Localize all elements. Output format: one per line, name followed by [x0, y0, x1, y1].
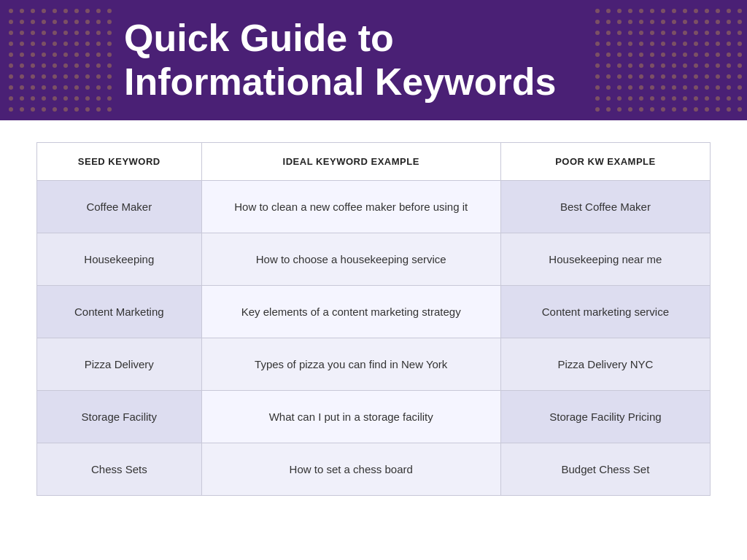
svg-point-156 [595, 52, 600, 57]
table-row: Storage FacilityWhat can I put in a stor… [37, 391, 711, 443]
poor-keyword-cell: Pizza Delivery NYC [500, 338, 710, 391]
svg-point-178 [683, 63, 687, 68]
svg-point-101 [606, 9, 611, 13]
svg-point-186 [617, 74, 622, 79]
svg-point-160 [639, 52, 643, 57]
svg-point-130 [617, 31, 622, 35]
svg-point-150 [683, 42, 687, 46]
svg-point-177 [672, 63, 676, 68]
svg-point-111 [716, 9, 720, 13]
svg-point-166 [705, 52, 709, 57]
svg-point-125 [716, 20, 720, 24]
svg-point-191 [672, 74, 676, 79]
svg-point-92 [31, 107, 35, 112]
svg-point-20 [9, 31, 13, 35]
poor-keyword-cell: Budget Chess Set [500, 443, 710, 496]
svg-point-230 [639, 107, 643, 112]
keyword-table: SEED KEYWORD IDEAL KEYWORD EXAMPLE POOR … [36, 142, 711, 496]
svg-point-216 [639, 96, 643, 101]
svg-point-237 [716, 107, 720, 112]
svg-point-198 [595, 85, 600, 90]
svg-point-217 [650, 96, 654, 101]
svg-point-204 [661, 85, 665, 90]
page-title: Quick Guide to Informational Keywords [29, 17, 556, 104]
table-header-row: SEED KEYWORD IDEAL KEYWORD EXAMPLE POOR … [37, 143, 711, 181]
svg-point-227 [606, 107, 611, 112]
svg-point-220 [683, 96, 687, 101]
svg-point-91 [20, 107, 24, 112]
svg-point-179 [694, 63, 698, 68]
svg-point-61 [20, 74, 24, 79]
svg-point-136 [683, 31, 687, 35]
svg-point-197 [738, 74, 742, 79]
svg-point-60 [9, 74, 13, 79]
svg-point-144 [617, 42, 622, 46]
svg-point-195 [716, 74, 720, 79]
svg-point-155 [738, 42, 742, 46]
svg-point-99 [107, 107, 112, 112]
svg-point-142 [595, 42, 600, 46]
svg-point-70 [9, 85, 13, 90]
svg-point-93 [42, 107, 46, 112]
svg-point-226 [595, 107, 600, 112]
svg-point-51 [20, 63, 24, 68]
svg-point-229 [628, 107, 632, 112]
svg-point-152 [705, 42, 709, 46]
svg-point-187 [628, 74, 632, 79]
svg-point-167 [716, 52, 720, 57]
svg-point-184 [595, 74, 600, 79]
svg-point-205 [672, 85, 676, 90]
svg-point-6 [74, 9, 79, 13]
svg-point-107 [672, 9, 676, 13]
svg-point-180 [705, 63, 709, 68]
svg-point-199 [606, 85, 611, 90]
svg-point-2 [31, 9, 35, 13]
svg-point-228 [617, 107, 622, 112]
svg-point-189 [650, 74, 654, 79]
svg-point-145 [628, 42, 632, 46]
svg-point-138 [705, 31, 709, 35]
table-row: Content MarketingKey elements of a conte… [37, 286, 711, 338]
svg-point-193 [694, 74, 698, 79]
svg-point-7 [85, 9, 90, 13]
svg-point-123 [694, 20, 698, 24]
svg-point-238 [727, 107, 731, 112]
svg-point-168 [727, 52, 731, 57]
svg-point-5 [63, 9, 68, 13]
svg-point-209 [716, 85, 720, 90]
poor-keyword-cell: Best Coffee Maker [500, 181, 710, 233]
svg-point-233 [672, 107, 676, 112]
svg-point-30 [9, 42, 13, 46]
svg-point-118 [639, 20, 643, 24]
svg-point-41 [20, 52, 24, 57]
decorative-dots-right [587, 0, 747, 120]
svg-point-10 [9, 20, 13, 24]
svg-point-164 [683, 52, 687, 57]
svg-point-115 [606, 20, 611, 24]
svg-point-149 [672, 42, 676, 46]
svg-point-165 [694, 52, 698, 57]
svg-point-224 [727, 96, 731, 101]
svg-point-210 [727, 85, 731, 90]
seed-keyword-cell: Storage Facility [37, 391, 202, 443]
svg-point-218 [661, 96, 665, 101]
poor-keyword-cell: Housekeeping near me [500, 233, 710, 286]
svg-point-137 [694, 31, 698, 35]
svg-point-104 [639, 9, 643, 13]
svg-point-98 [96, 107, 101, 112]
svg-point-96 [74, 107, 79, 112]
svg-point-9 [107, 9, 112, 13]
svg-point-154 [727, 42, 731, 46]
svg-point-127 [738, 20, 742, 24]
svg-point-81 [20, 96, 24, 101]
svg-point-114 [595, 20, 600, 24]
svg-point-196 [727, 74, 731, 79]
svg-point-212 [595, 96, 600, 101]
svg-point-225 [738, 96, 742, 101]
seed-keyword-cell: Content Marketing [37, 286, 202, 338]
svg-point-50 [9, 63, 13, 68]
svg-point-201 [628, 85, 632, 90]
seed-keyword-cell: Chess Sets [37, 443, 202, 496]
svg-point-119 [650, 20, 654, 24]
svg-point-219 [672, 96, 676, 101]
